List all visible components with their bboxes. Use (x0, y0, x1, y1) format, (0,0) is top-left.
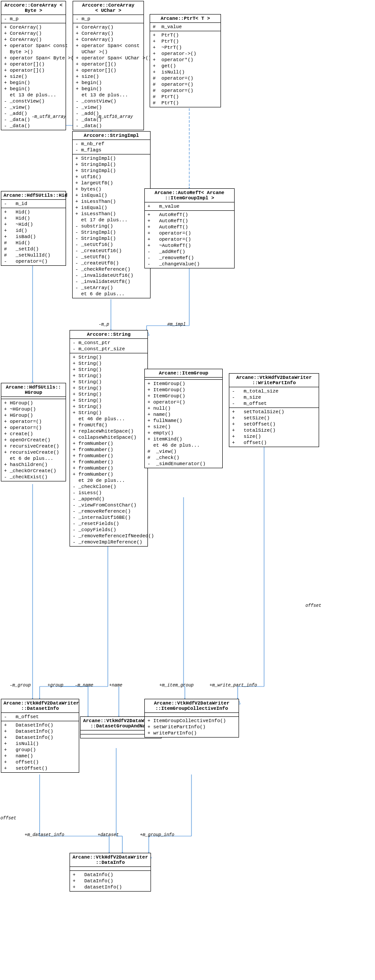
box-title-itemgroupcollectiveinfo: Arcane::VtkHdfV2DataWriter::ItemGroupCol… (145, 699, 239, 713)
section-methods-hdfutils-hid: + Hid() + Hid() + ~Hid() + id() + isBad(… (1, 208, 66, 265)
box-title-writepartinfo: Arcane::VtkHdfV2DataWriter::WritePartInf… (229, 374, 319, 387)
section-methods-itemgroup: + ItemGroup() + ItemGroup() + ItemGroup(… (145, 380, 222, 468)
section-empty-datainfo (70, 867, 151, 871)
box-autoref-itemgroupimpl: Arcane::AutoRefT< Arcane::ItemGroupImpl … (144, 188, 235, 268)
label-m-group-info: +m_group_info (140, 833, 174, 837)
section-fields-datasetinfo: - m_offset (1, 713, 79, 721)
box-title-ptrt: Arcane::PtrT< T > (150, 15, 221, 23)
box-ptrt: Arcane::PtrT< T > # m_value + PtrT() + P… (150, 14, 221, 107)
label-group: +group (48, 683, 63, 688)
label-offset-right: offset (305, 603, 321, 608)
box-stringimpl: Arccore::StringImpl - m_nb_ref - m_flags… (72, 131, 151, 298)
label-m-dataset-info: +m_dataset_info (25, 833, 64, 837)
label-m-utf8-array: -m_utf8_array (32, 114, 66, 119)
section-methods-arccore-string: + String() + String() + String() + Strin… (70, 353, 147, 546)
box-corearray-byte: Arccore::CoreArray < Byte > - m_p + Core… (1, 1, 66, 130)
box-title-datasetinfo: Arcane::VtkHdfV2DataWriter::DatasetInfo (1, 699, 79, 713)
box-title-hdfutils-hid: Arcane::HdfSUtils::Hid (1, 191, 66, 200)
section-fields-hdfutils-hid: - m_id (1, 200, 66, 208)
label-m-group: -m_group (10, 683, 31, 688)
box-title-arccore-string: Arccore::String (70, 330, 147, 339)
box-writepartinfo: Arcane::VtkHdfV2DataWriter::WritePartInf… (229, 373, 319, 447)
section-methods-datasetinfo: + DatasetInfo() + DatasetInfo() + Datase… (1, 721, 79, 772)
box-itemgroupcollectiveinfo: Arcane::VtkHdfV2DataWriter::ItemGroupCol… (144, 699, 239, 738)
box-arccore-string: Arccore::String - m_const_ptr - m_const_… (70, 330, 148, 547)
section-fields-autoref: + m_value (145, 202, 234, 211)
box-hdfutils-hid: Arcane::HdfSUtils::Hid - m_id + Hid() + … (1, 191, 66, 266)
section-methods-corearray-uchar: + CoreArray() + CoreArray() + CoreArray(… (73, 23, 143, 130)
section-methods-ptrt: + PtrT() + PtrT() + ~PtrT() + operator->… (150, 31, 221, 107)
box-datainfo: Arcane::VtkHdfV2DataWriter::DataInfo + D… (70, 853, 151, 892)
section-fields-corearray-uchar: - m_p (73, 15, 143, 23)
section-fields-arccore-string: - m_const_ptr - m_const_ptr_size (70, 339, 147, 353)
label-name: +name (109, 683, 122, 688)
section-methods-writepartinfo: + setTotalSize() + setSize() + setOffset… (229, 408, 319, 447)
section-fields-ptrt: # m_value (150, 23, 221, 31)
label-m-impl: #m_impl (167, 322, 186, 327)
box-title-hdfutils-hgroup: Arcane::HdfSUtils::HGroup (1, 383, 66, 397)
label-m-name: -m_name (75, 683, 93, 688)
section-methods-hdfutils-hgroup: + HGroup() + ~HGroup() + HGroup() + oper… (1, 399, 66, 481)
box-title-datainfo: Arcane::VtkHdfV2DataWriter::DataInfo (70, 853, 151, 867)
section-empty-igci (145, 713, 239, 717)
label-m-p: -m_p (99, 322, 109, 327)
section-fields-writepartinfo: - m_total_size - m_size - m_offset (229, 387, 319, 408)
box-hdfutils-hgroup: Arcane::HdfSUtils::HGroup + HGroup() + ~… (1, 383, 66, 481)
box-datasetinfo: Arcane::VtkHdfV2DataWriter::DatasetInfo … (1, 699, 79, 773)
section-methods-stringimpl: + StringImpl() + StringImpl() + StringIm… (73, 154, 150, 298)
label-m-utf16-array: -m_utf16_array (96, 114, 133, 119)
box-itemgroup: Arcane::ItemGroup + ItemGroup() + ItemGr… (144, 369, 223, 468)
box-title-stringimpl: Arccore::StringImpl (73, 132, 150, 140)
diagram-container: Arccore::CoreArray < Byte > - m_p + Core… (0, 0, 375, 980)
section-fields-stringimpl: - m_nb_ref - m_flags (73, 140, 150, 154)
box-title-autoref-itemgroupimpl: Arcane::AutoRefT< Arcane::ItemGroupImpl … (145, 189, 234, 202)
label-dataset: +dataset (98, 833, 119, 837)
label-offset-bottom: offset (0, 816, 16, 821)
section-methods-autoref: + AutoRefT() + AutoRefT() + AutoRefT() +… (145, 211, 234, 268)
box-title-corearray-byte: Arccore::CoreArray < Byte > (1, 1, 66, 15)
label-m-item-group: +m_item_group (159, 683, 194, 688)
box-title-itemgroup: Arcane::ItemGroup (145, 369, 222, 378)
label-m-write-part-info: +m_write_part_info (210, 683, 257, 688)
section-methods-igci: + ItemGroupCollectiveInfo() + setWritePa… (145, 717, 239, 737)
box-title-corearray-uchar: Arccore::CoreArray< UChar > (73, 1, 143, 15)
section-methods-datainfo: + DataInfo() + DataInfo() + datasetInfo(… (70, 871, 151, 891)
section-methods-corearray-byte: + CoreArray() + CoreArray() + CoreArray(… (1, 23, 66, 130)
box-corearray-uchar: Arccore::CoreArray< UChar > - m_p + Core… (73, 1, 144, 130)
section-fields-corearray-byte: - m_p (1, 15, 66, 23)
